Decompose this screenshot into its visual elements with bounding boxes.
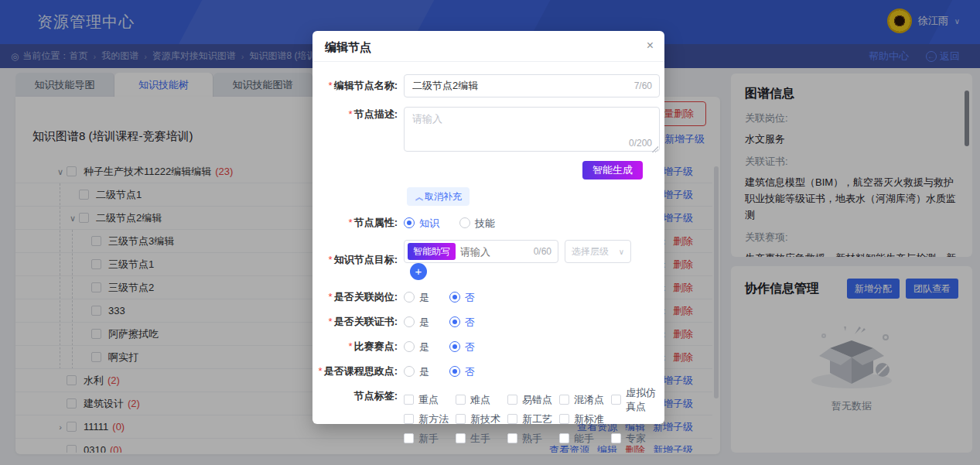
tag-checkbox[interactable] bbox=[559, 395, 569, 405]
field-label: *是否课程思政点: bbox=[316, 364, 398, 379]
modal-title: 编辑节点 bbox=[325, 40, 371, 53]
radio-是[interactable] bbox=[404, 366, 415, 377]
tag-row: 重点难点易错点混淆点虚拟仿真点 bbox=[404, 390, 663, 409]
node-desc-label: *节点描述: bbox=[316, 107, 398, 122]
tag-checkbox[interactable] bbox=[404, 433, 414, 443]
tag-option-新工艺: 新工艺 bbox=[507, 412, 559, 426]
required-asterisk: * bbox=[349, 108, 353, 120]
tag-checkbox[interactable] bbox=[611, 395, 621, 405]
tag-option-新标准: 新标准 bbox=[559, 412, 611, 426]
tag-checkbox[interactable] bbox=[507, 414, 517, 424]
node-name-input[interactable] bbox=[404, 74, 660, 97]
yesno-field: 是否 bbox=[404, 290, 654, 305]
edit-node-modal: 编辑节点 × *编辑节点名称: 7/60 *节点描述: 0/200 bbox=[312, 31, 664, 424]
yesno-field: 是否 bbox=[404, 315, 654, 330]
tag-checkbox[interactable] bbox=[559, 433, 569, 443]
field-label: *是否关联岗位: bbox=[316, 289, 398, 305]
tag-label: 生手 bbox=[470, 432, 490, 446]
required-asterisk: * bbox=[329, 316, 333, 327]
radio-知识[interactable] bbox=[404, 217, 415, 228]
tag-label: 专家 bbox=[626, 432, 646, 446]
radio-label-否: 否 bbox=[465, 316, 475, 328]
tag-checkbox[interactable] bbox=[404, 414, 414, 424]
collapse-icon: 《 bbox=[413, 193, 425, 201]
tag-option-虚拟仿真点: 虚拟仿真点 bbox=[611, 386, 663, 414]
tag-checkbox[interactable] bbox=[559, 414, 569, 424]
tag-option-重点: 重点 bbox=[404, 393, 456, 407]
tag-row: 新手生手熟手能手专家 bbox=[404, 429, 663, 448]
tag-checkbox[interactable] bbox=[456, 395, 466, 405]
ai-assist-badge[interactable]: 智能助写 bbox=[408, 243, 456, 260]
tag-label: 虚拟仿真点 bbox=[626, 386, 663, 414]
form-row: *是否课程思政点:是否 bbox=[316, 364, 654, 379]
radio-否[interactable] bbox=[449, 341, 460, 352]
radio-是[interactable] bbox=[404, 316, 415, 327]
radio-label-技能: 技能 bbox=[475, 217, 495, 229]
tag-option-易错点: 易错点 bbox=[507, 393, 559, 407]
chevron-down-icon: ∨ bbox=[619, 248, 624, 256]
radio-是[interactable] bbox=[404, 341, 415, 352]
ai-generate-button[interactable]: 智能生成 bbox=[582, 161, 643, 180]
radio-label-是: 是 bbox=[419, 316, 429, 328]
tag-label: 难点 bbox=[470, 393, 490, 407]
required-asterisk: * bbox=[329, 80, 333, 91]
target-input-group: 智能助写 0/60 bbox=[404, 240, 558, 263]
radio-label-知识: 知识 bbox=[419, 217, 439, 229]
radio-label-是: 是 bbox=[419, 292, 429, 303]
yesno-field: 是否 bbox=[404, 340, 654, 354]
required-asterisk: * bbox=[329, 291, 333, 303]
radio-是[interactable] bbox=[404, 292, 415, 303]
node-desc-textarea[interactable] bbox=[404, 107, 660, 152]
tag-checkbox[interactable] bbox=[507, 395, 517, 405]
required-asterisk: * bbox=[319, 365, 323, 377]
tag-label: 能手 bbox=[574, 432, 594, 446]
node-name-label: *编辑节点名称: bbox=[316, 78, 398, 94]
required-asterisk: * bbox=[349, 340, 353, 352]
tag-option-新手: 新手 bbox=[404, 432, 456, 446]
tag-label: 新技术 bbox=[470, 412, 500, 426]
tag-label: 混淆点 bbox=[574, 393, 604, 407]
tag-checkbox[interactable] bbox=[404, 395, 414, 405]
tag-option-熟手: 熟手 bbox=[507, 432, 559, 446]
tag-option-专家: 专家 bbox=[611, 432, 663, 446]
tag-option-生手: 生手 bbox=[456, 432, 507, 446]
tag-label: 新手 bbox=[418, 432, 439, 446]
required-asterisk: * bbox=[329, 254, 333, 265]
form-row: *是否关联岗位:是否 bbox=[316, 289, 654, 305]
tag-checkbox[interactable] bbox=[456, 433, 466, 443]
radio-否[interactable] bbox=[449, 316, 460, 327]
radio-label-否: 否 bbox=[465, 292, 475, 303]
tag-checkbox[interactable] bbox=[456, 414, 466, 424]
add-target-button[interactable]: + bbox=[410, 263, 427, 280]
tag-label: 新标准 bbox=[574, 412, 604, 426]
node-tags-label: 节点标签: bbox=[316, 388, 398, 404]
node-target-label: *知识节点目标: bbox=[316, 252, 398, 268]
target-input[interactable] bbox=[460, 246, 534, 258]
tag-option-混淆点: 混淆点 bbox=[559, 393, 611, 407]
cancel-supplement-button[interactable]: 《取消补充 bbox=[407, 187, 470, 206]
radio-label-是: 是 bbox=[419, 341, 429, 353]
radio-label-是: 是 bbox=[419, 366, 429, 378]
tag-label: 新方法 bbox=[418, 412, 449, 426]
tag-option-新方法: 新方法 bbox=[404, 412, 456, 426]
field-label: *是否关联证书: bbox=[316, 314, 398, 330]
tag-label: 重点 bbox=[418, 393, 439, 407]
target-counter: 0/60 bbox=[534, 246, 551, 257]
tag-option-新技术: 新技术 bbox=[456, 412, 507, 426]
radio-否[interactable] bbox=[449, 366, 460, 377]
close-icon[interactable]: × bbox=[647, 39, 654, 53]
tag-option-难点: 难点 bbox=[456, 393, 507, 407]
resize-handle[interactable] bbox=[651, 145, 658, 152]
radio-否[interactable] bbox=[449, 292, 460, 303]
tag-checkbox[interactable] bbox=[611, 433, 621, 443]
node-name-counter: 7/60 bbox=[634, 80, 652, 91]
yesno-field: 是否 bbox=[404, 364, 654, 379]
radio-技能[interactable] bbox=[459, 217, 470, 228]
node-desc-counter: 0/200 bbox=[629, 138, 652, 149]
level-select[interactable]: 选择层级 ∨ bbox=[565, 240, 631, 263]
tag-label: 新工艺 bbox=[522, 412, 552, 426]
field-label: *比赛赛点: bbox=[316, 339, 398, 354]
tag-checkbox[interactable] bbox=[507, 433, 517, 443]
tag-label: 易错点 bbox=[522, 393, 552, 407]
required-asterisk: * bbox=[349, 217, 353, 228]
